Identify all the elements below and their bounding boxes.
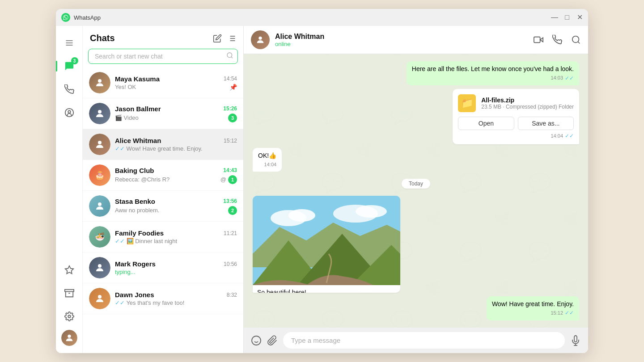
- message-image: [253, 196, 400, 285]
- search-input[interactable]: [88, 49, 238, 64]
- maya-name: Maya Kasuma: [115, 75, 160, 83]
- baking-avatar: 🎂: [89, 164, 110, 186]
- svg-point-17: [227, 53, 232, 58]
- new-chat-icon[interactable]: [213, 34, 222, 43]
- sidebar-item-chats[interactable]: 3: [59, 56, 79, 76]
- baking-name: Baking Club: [115, 167, 154, 174]
- chats-badge: 3: [71, 57, 78, 64]
- search-chat-icon[interactable]: [571, 35, 581, 45]
- family-time: 11:21: [224, 230, 237, 236]
- message-input[interactable]: [283, 332, 565, 349]
- svg-point-10: [68, 335, 71, 338]
- chat-item-maya[interactable]: Maya Kasuma 14:54 Yes! OK 📌: [83, 67, 243, 98]
- msg-tick: ✓✓: [565, 309, 574, 317]
- user-avatar[interactable]: [61, 330, 77, 346]
- mountain-image: [253, 196, 400, 285]
- svg-point-21: [98, 141, 102, 144]
- jason-name: Jason Ballmer: [115, 105, 161, 113]
- svg-line-18: [231, 57, 233, 58]
- chat-contact-avatar[interactable]: [251, 30, 270, 49]
- stasa-name: Stasa Benko: [115, 198, 155, 205]
- file-time: 14:04: [551, 133, 563, 139]
- svg-line-32: [578, 42, 580, 43]
- msg-text: Here are all the files. Let me know once…: [412, 65, 574, 72]
- dawn-info: Dawn Jones 8:32 ✓✓ Yes that's my fave to…: [115, 291, 237, 306]
- jason-time: 15:26: [223, 105, 237, 112]
- maya-avatar: [89, 72, 110, 93]
- chat-item-family[interactable]: 🍜 Family Foodies 11:21 ✓✓ 🖼️ Dinner last…: [83, 222, 243, 253]
- voice-call-icon[interactable]: [552, 35, 562, 45]
- image-caption: So beautiful here! 15:06: [253, 285, 400, 292]
- star-icon: [64, 265, 74, 275]
- chat-list: Maya Kasuma 14:54 Yes! OK 📌: [83, 67, 243, 353]
- archive-icon: [64, 288, 74, 298]
- msg-tick: ✓✓: [565, 75, 574, 82]
- msg-time: 14:03: [551, 75, 563, 81]
- active-indicator: [56, 61, 57, 72]
- chat-item-baking[interactable]: 🎂 Baking Club 14:43 Rebecca: @Chris R? @…: [83, 160, 243, 191]
- window-controls: — □ ✕: [551, 14, 583, 21]
- voice-button[interactable]: [570, 335, 581, 346]
- jason-info: Jason Ballmer 15:26 🎬 Video 3: [115, 105, 237, 122]
- baking-preview: Rebecca: @Chris R?: [115, 176, 169, 183]
- contact-status: online: [275, 41, 324, 47]
- svg-point-9: [68, 315, 71, 318]
- alice-avatar: [89, 134, 110, 155]
- sidebar: 3: [56, 26, 83, 353]
- maya-preview: Yes! OK: [115, 84, 136, 90]
- mark-preview: typing...: [115, 269, 136, 275]
- maximize-button[interactable]: □: [564, 14, 570, 21]
- open-file-button[interactable]: Open: [458, 117, 514, 130]
- msg-text: OK!👍: [258, 152, 276, 159]
- mark-avatar: [89, 257, 110, 278]
- svg-point-42: [252, 336, 261, 345]
- sidebar-item-status[interactable]: [59, 103, 79, 122]
- chat-item-stasa[interactable]: Stasa Benko 13:56 Aww no problem. 2: [83, 191, 243, 222]
- mark-avatar-icon: [94, 262, 105, 273]
- file-tick: ✓✓: [565, 133, 574, 139]
- chat-item-mark[interactable]: Mark Rogers 10:56 typing...: [83, 253, 243, 283]
- sidebar-menu-button[interactable]: [59, 33, 79, 53]
- title-bar: WhatsApp — □ ✕: [56, 9, 588, 26]
- file-name: All-files.zip: [481, 97, 574, 104]
- svg-point-22: [98, 202, 102, 206]
- stasa-info: Stasa Benko 13:56 Aww no problem. 2: [115, 198, 237, 215]
- maya-pin-icon: 📌: [229, 84, 237, 91]
- emoji-button[interactable]: [251, 335, 262, 346]
- contact-avatar-icon: [255, 35, 265, 45]
- chat-item-dawn[interactable]: Dawn Jones 8:32 ✓✓ Yes that's my fave to…: [83, 283, 243, 314]
- minimize-button[interactable]: —: [551, 14, 558, 21]
- alice-time: 15:12: [224, 138, 237, 144]
- stasa-preview: Aww no problem.: [115, 207, 159, 214]
- chat-item-alice[interactable]: Alice Whitman 15:12 ✓✓ Wow! Have great t…: [83, 129, 243, 160]
- chat-main: 💬 🌿 Alice Whitman online: [244, 26, 588, 353]
- saveas-file-button[interactable]: Save as...: [518, 117, 574, 130]
- dawn-preview: ✓✓ Yes that's my fave too!: [115, 299, 184, 306]
- sidebar-item-archived[interactable]: [59, 283, 79, 303]
- sidebar-item-starred[interactable]: [59, 260, 79, 280]
- filter-icon[interactable]: [227, 34, 236, 43]
- messages-area: Here are all the files. Let me know once…: [244, 54, 588, 328]
- app-body: 3: [56, 26, 588, 353]
- stasa-avatar-icon: [94, 201, 105, 211]
- close-button[interactable]: ✕: [576, 14, 583, 21]
- family-avatar: 🍜: [89, 226, 110, 248]
- search-box: [88, 49, 238, 64]
- stasa-avatar: [89, 195, 110, 217]
- attach-button[interactable]: [267, 335, 278, 346]
- mark-name: Mark Rogers: [115, 260, 156, 268]
- dawn-avatar: [89, 288, 110, 309]
- sidebar-item-settings[interactable]: [59, 307, 79, 326]
- emoji-icon: [251, 335, 262, 346]
- avatar-person-icon: [64, 333, 74, 343]
- chat-item-jason[interactable]: Jason Ballmer 15:26 🎬 Video 3: [83, 98, 243, 129]
- calls-icon: [64, 84, 74, 94]
- svg-point-23: [98, 264, 102, 268]
- maya-info: Maya Kasuma 14:54 Yes! OK 📌: [115, 75, 237, 91]
- chat-list-panel: Chats: [83, 26, 244, 353]
- whatsapp-logo-icon: [61, 13, 70, 22]
- video-call-icon[interactable]: [534, 35, 543, 45]
- sidebar-item-calls[interactable]: [59, 80, 79, 99]
- app-window: WhatsApp — □ ✕ 3: [56, 9, 588, 353]
- svg-point-35: [288, 209, 315, 222]
